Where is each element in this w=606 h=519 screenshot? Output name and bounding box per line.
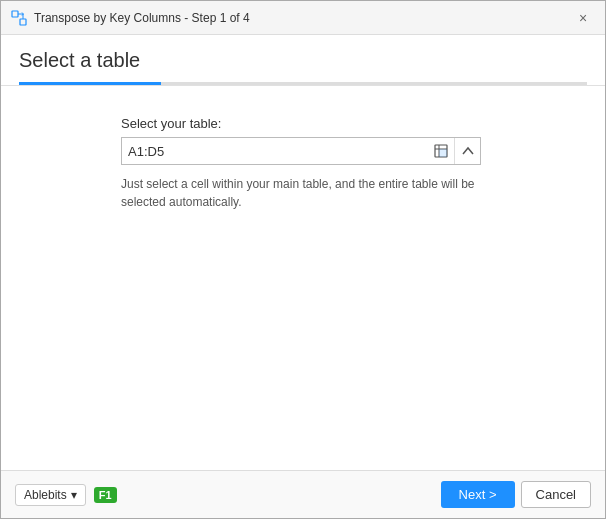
transpose-icon bbox=[11, 10, 27, 26]
svg-rect-7 bbox=[439, 149, 447, 157]
footer: Ablebits ▾ F1 Next > Cancel bbox=[1, 470, 605, 518]
title-bar-left: Transpose by Key Columns - Step 1 of 4 bbox=[11, 10, 250, 26]
ablebits-menu-button[interactable]: Ablebits ▾ bbox=[15, 484, 86, 506]
ablebits-label: Ablebits bbox=[24, 488, 67, 502]
close-button[interactable]: × bbox=[571, 6, 595, 30]
dialog-title: Transpose by Key Columns - Step 1 of 4 bbox=[34, 11, 250, 25]
progress-step-4 bbox=[445, 82, 587, 85]
select-range-button[interactable] bbox=[428, 138, 454, 164]
next-button[interactable]: Next > bbox=[441, 481, 515, 508]
cancel-button[interactable]: Cancel bbox=[521, 481, 591, 508]
ablebits-chevron-icon: ▾ bbox=[71, 488, 77, 502]
title-bar: Transpose by Key Columns - Step 1 of 4 × bbox=[1, 1, 605, 35]
page-title: Select a table bbox=[19, 49, 587, 72]
table-range-input[interactable] bbox=[122, 138, 428, 164]
progress-bar bbox=[19, 82, 587, 85]
progress-step-1 bbox=[19, 82, 161, 85]
header-section: Select a table bbox=[1, 35, 605, 86]
content-area: Select your table: Just select a cell wi… bbox=[1, 86, 605, 470]
progress-step-3 bbox=[303, 82, 445, 85]
svg-rect-1 bbox=[20, 19, 26, 25]
f1-help-badge[interactable]: F1 bbox=[94, 487, 117, 503]
progress-step-2 bbox=[161, 82, 303, 85]
svg-rect-0 bbox=[12, 11, 18, 17]
table-range-input-row bbox=[121, 137, 481, 165]
hint-text: Just select a cell within your main tabl… bbox=[121, 175, 481, 211]
collapse-dialog-button[interactable] bbox=[454, 138, 480, 164]
footer-right: Next > Cancel bbox=[441, 481, 591, 508]
field-label: Select your table: bbox=[121, 116, 221, 131]
footer-left: Ablebits ▾ F1 bbox=[15, 484, 117, 506]
dialog-window: Transpose by Key Columns - Step 1 of 4 ×… bbox=[0, 0, 606, 519]
